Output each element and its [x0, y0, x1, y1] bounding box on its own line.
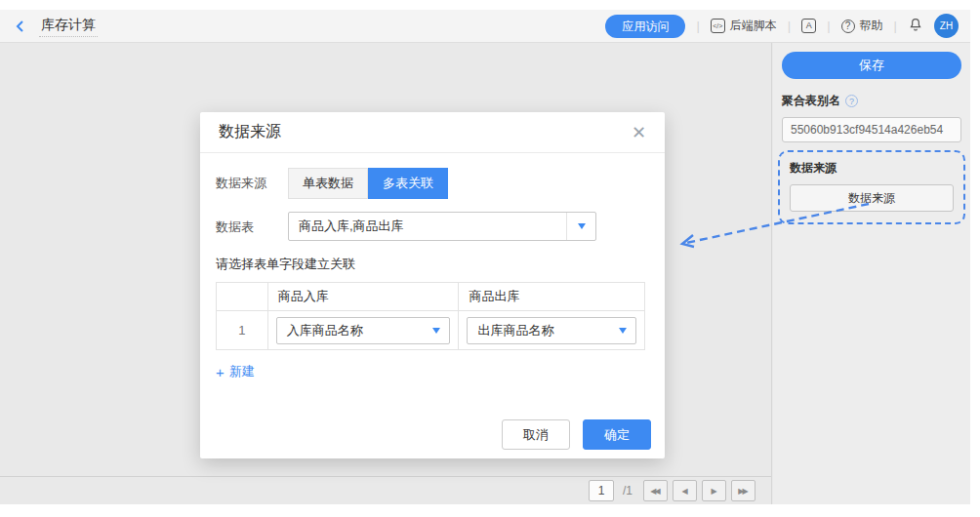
row-index: 1 — [217, 311, 268, 350]
left-field-select[interactable]: 入库商品名称 — [276, 317, 451, 344]
bell-icon — [908, 17, 923, 36]
right-field-value: 出库商品名称 — [468, 322, 619, 339]
confirm-button[interactable]: 确定 — [583, 419, 651, 450]
left-field-value: 入库商品名称 — [277, 322, 433, 339]
app-window: 库存计算 应用访问 | </> 后端脚本 | A | ? 帮助 | — [0, 10, 970, 504]
right-field-select[interactable]: 出库商品名称 — [467, 317, 636, 344]
page-total-label: /1 — [623, 484, 633, 497]
select-caret-section — [566, 213, 595, 240]
top-bar-actions: 应用访问 | </> 后端脚本 | A | ? 帮助 | — [605, 14, 959, 38]
divider: | — [827, 19, 830, 33]
modal-title: 数据来源 — [219, 122, 281, 142]
datasource-modal: 数据来源 ✕ 数据来源 单表数据 多表关联 数据表 商品入库,商品出库 — [200, 112, 665, 458]
help-label: 帮助 — [860, 18, 883, 34]
top-bar: 库存计算 应用访问 | </> 后端脚本 | A | ? 帮助 | — [0, 10, 970, 43]
modal-header: 数据来源 ✕ — [200, 112, 665, 153]
alias-input[interactable] — [782, 117, 961, 142]
right-column-header: 商品出库 — [459, 283, 645, 311]
datasource-button[interactable]: 数据来源 — [790, 184, 954, 212]
back-button[interactable] — [14, 20, 27, 33]
index-column-header — [217, 283, 268, 311]
avatar[interactable]: ZH — [934, 14, 959, 38]
relation-table: 商品入库 商品出库 1 入库商品名称 出库商品名称 — [216, 282, 645, 350]
datasource-highlight-box: 数据来源 数据来源 — [778, 150, 965, 224]
save-button[interactable]: 保存 — [782, 52, 961, 79]
cancel-button[interactable]: 取消 — [502, 419, 570, 450]
language-button[interactable]: A — [801, 19, 816, 33]
pagination-bar: 1 /1 ◀◀ ◀ ▶ ▶▶ — [0, 476, 771, 504]
source-type-tabs: 单表数据 多表关联 — [288, 168, 448, 199]
data-table-label: 数据表 — [216, 212, 288, 243]
code-icon: </> — [711, 19, 725, 33]
relation-table-header: 商品入库 商品出库 — [217, 283, 645, 311]
chevron-left-icon — [14, 20, 27, 33]
modal-footer: 取消 确定 — [502, 419, 651, 450]
plus-icon: + — [216, 365, 225, 379]
relation-hint: 请选择表单字段建立关联 — [216, 256, 649, 273]
next-page-button[interactable]: ▶ — [702, 480, 726, 501]
tab-single-table[interactable]: 单表数据 — [288, 168, 368, 199]
chevron-down-icon — [578, 223, 586, 229]
add-new-button[interactable]: + 新建 — [216, 363, 255, 380]
help-icon: ? — [841, 20, 855, 33]
settings-sidebar: 保存 聚合表别名 ? 数据来源 数据来源 — [773, 43, 970, 504]
table-row: 1 入库商品名称 出库商品名称 — [217, 311, 645, 350]
chevron-down-icon — [432, 328, 440, 334]
alias-label: 聚合表别名 — [782, 93, 840, 109]
tab-multi-table[interactable]: 多表关联 — [368, 168, 448, 199]
help-button[interactable]: ? 帮助 — [841, 18, 883, 34]
data-table-row: 数据表 商品入库,商品出库 — [216, 212, 649, 243]
close-icon[interactable]: ✕ — [632, 124, 646, 141]
backend-script-button[interactable]: </> 后端脚本 — [711, 18, 777, 34]
data-table-select[interactable]: 商品入库,商品出库 — [288, 212, 596, 241]
source-type-label: 数据来源 — [216, 168, 288, 199]
source-type-row: 数据来源 单表数据 多表关联 — [216, 168, 649, 199]
add-new-label: 新建 — [229, 363, 255, 380]
first-page-button[interactable]: ◀◀ — [643, 480, 668, 501]
divider: | — [894, 19, 897, 33]
chevron-down-icon — [619, 328, 627, 334]
language-icon: A — [801, 19, 816, 33]
page-title[interactable]: 库存计算 — [39, 16, 98, 37]
notification-button[interactable] — [908, 17, 923, 36]
last-page-button[interactable]: ▶▶ — [731, 480, 755, 501]
data-table-select-value: 商品入库,商品出库 — [289, 218, 566, 235]
left-column-header: 商品入库 — [267, 283, 459, 311]
alias-label-row: 聚合表别名 ? — [782, 93, 961, 109]
divider: | — [696, 19, 699, 33]
prev-page-button[interactable]: ◀ — [673, 480, 697, 501]
backend-script-label: 后端脚本 — [730, 18, 777, 34]
question-circle-icon[interactable]: ? — [845, 95, 858, 107]
current-page-input[interactable]: 1 — [589, 480, 614, 501]
divider: | — [788, 19, 791, 33]
modal-body: 数据来源 单表数据 多表关联 数据表 商品入库,商品出库 请选择表单字段建立关联 — [200, 153, 665, 381]
app-access-button[interactable]: 应用访问 — [605, 15, 685, 38]
datasource-section-label: 数据来源 — [790, 160, 954, 177]
